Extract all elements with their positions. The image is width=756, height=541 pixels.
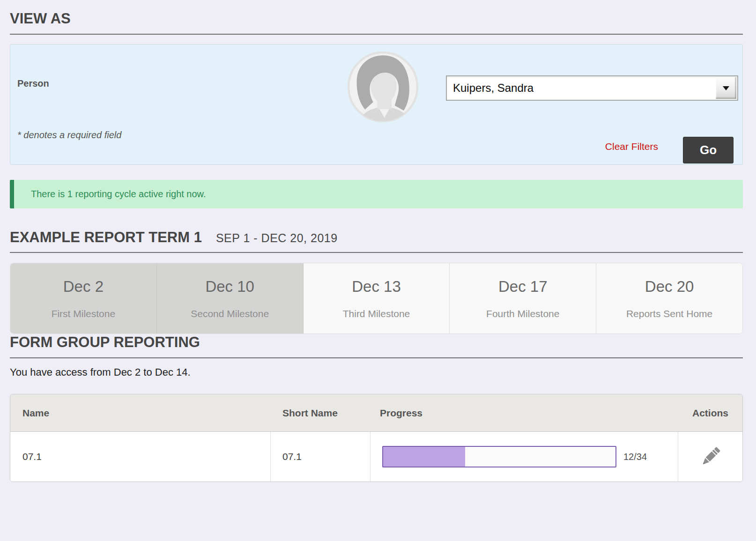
progress-bar-fill: [383, 447, 465, 467]
milestone-label: Second Milestone: [191, 308, 269, 319]
milestone-cell: Dec 17 Fourth Milestone: [450, 263, 596, 333]
pencil-icon: [698, 444, 723, 469]
report-term-title: EXAMPLE REPORT TERM 1: [10, 229, 202, 246]
page-content: VIEW AS Person Kuipers, Sandra: [0, 0, 756, 482]
edit-row-button[interactable]: [698, 444, 723, 469]
milestone-label: Fourth Milestone: [486, 308, 559, 319]
milestone-date: Dec 20: [645, 278, 694, 296]
column-header-actions: Actions: [678, 408, 742, 419]
milestone-label: First Milestone: [52, 308, 116, 319]
report-term-header: EXAMPLE REPORT TERM 1 SEP 1 - DEC 20, 20…: [10, 229, 743, 246]
row-short-name: 07.1: [271, 432, 371, 482]
clear-filters-link[interactable]: Clear Filters: [605, 141, 658, 152]
person-avatar-image: [347, 51, 419, 123]
select-arrow-button[interactable]: [716, 77, 736, 99]
milestone-cell: Dec 13 Third Milestone: [304, 263, 450, 333]
progress-bar: [382, 446, 616, 467]
milestone-date: Dec 2: [63, 278, 104, 296]
caret-down-icon: [723, 86, 729, 90]
access-period-text: You have access from Dec 2 to Dec 14.: [10, 366, 743, 378]
table-body: 07.1 07.1 12/34: [10, 432, 742, 482]
milestone-cell: Dec 2 First Milestone: [10, 263, 157, 333]
form-group-reporting-heading: FORM GROUP REPORTING: [10, 334, 743, 351]
milestone-label: Reports Sent Home: [626, 308, 712, 319]
required-field-note: * denotes a required field: [17, 130, 121, 141]
milestone-cell: Dec 20 Reports Sent Home: [596, 263, 742, 333]
alert-message: There is 1 reporting cycle active right …: [31, 189, 206, 200]
reporting-cycle-alert: There is 1 reporting cycle active right …: [10, 180, 743, 208]
divider: [10, 34, 743, 35]
row-name: 07.1: [10, 432, 271, 482]
milestone-label: Third Milestone: [343, 308, 410, 319]
table-header-row: Name Short Name Progress Actions: [10, 394, 742, 432]
milestone-timeline: Dec 2 First Milestone Dec 10 Second Mile…: [10, 263, 743, 334]
table-row: 07.1 07.1 12/34: [10, 432, 742, 482]
divider: [10, 357, 743, 358]
person-select[interactable]: Kuipers, Sandra: [446, 75, 738, 101]
milestone-date: Dec 10: [205, 278, 254, 296]
milestone-cell: Dec 10 Second Milestone: [157, 263, 304, 333]
person-select-value: Kuipers, Sandra: [447, 82, 534, 95]
report-term-date-range: SEP 1 - DEC 20, 2019: [216, 231, 338, 245]
form-group-table: Name Short Name Progress Actions 07.1 07…: [10, 394, 743, 482]
progress-count: 12/34: [623, 452, 647, 462]
view-as-heading: VIEW AS: [10, 0, 743, 27]
go-button[interactable]: Go: [683, 137, 734, 163]
milestone-date: Dec 17: [498, 278, 548, 296]
person-avatar: [347, 51, 419, 123]
row-actions: [678, 432, 742, 482]
row-progress: 12/34: [371, 432, 678, 482]
column-header-progress: Progress: [371, 408, 678, 419]
divider: [10, 252, 743, 253]
milestone-date: Dec 13: [352, 278, 401, 296]
column-header-short-name: Short Name: [271, 408, 371, 419]
column-header-name: Name: [10, 408, 271, 419]
person-field-label: Person: [17, 78, 49, 89]
view-as-filter-panel: Person Kuipers, Sandra * denotes a requ: [10, 44, 743, 165]
